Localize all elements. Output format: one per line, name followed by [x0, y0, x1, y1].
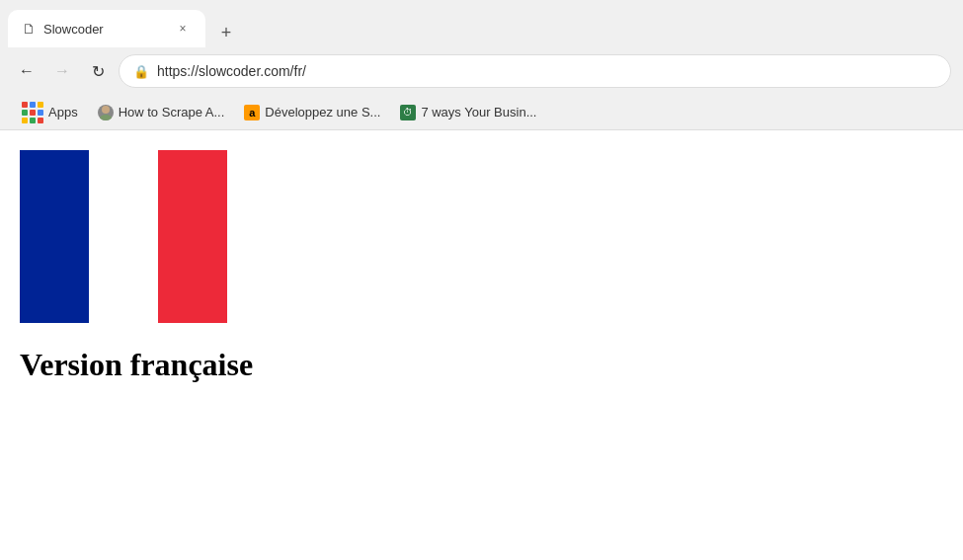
page-heading: Version française	[20, 347, 943, 383]
bookmark-amazon-favicon: a	[244, 105, 260, 120]
reload-button[interactable]: ↻	[83, 56, 113, 86]
back-button[interactable]: ←	[12, 56, 41, 86]
apps-grid-icon	[22, 102, 43, 123]
navigation-bar: ← → ↻ 🔒 https://slowcoder.com/fr/	[0, 47, 963, 95]
tab-title: Slowcoder	[43, 22, 166, 37]
browser-chrome: 🗋 Slowcoder × + ← → ↻ 🔒 https://slowcode…	[0, 0, 963, 130]
tab-close-button[interactable]: ×	[174, 20, 192, 38]
bookmark-apps-label: Apps	[48, 105, 78, 120]
tab-bar: 🗋 Slowcoder × +	[0, 0, 963, 47]
tab-page-icon: 🗋	[22, 21, 36, 37]
bookmark-7ways[interactable]: ⏱ 7 ways Your Busin...	[392, 101, 544, 124]
new-tab-button[interactable]: +	[211, 18, 241, 47]
bookmark-7ways-label: 7 ways Your Busin...	[421, 105, 536, 120]
url-text: https://slowcoder.com/fr/	[157, 63, 306, 79]
svg-point-1	[100, 115, 112, 120]
browser-tab[interactable]: 🗋 Slowcoder ×	[8, 10, 205, 47]
address-bar[interactable]: 🔒 https://slowcoder.com/fr/	[119, 54, 951, 88]
flag-white-stripe	[89, 150, 158, 323]
bookmark-scrape-label: How to Scrape A...	[119, 105, 225, 120]
bookmark-amazon-label: Développez une S...	[265, 105, 380, 120]
bookmark-scrape-favicon	[98, 105, 114, 120]
lock-icon: 🔒	[133, 64, 149, 79]
flag-red-stripe	[158, 150, 227, 323]
bookmark-scrape[interactable]: How to Scrape A...	[90, 101, 233, 124]
page-content: Version française	[0, 130, 963, 560]
flag-blue-stripe	[20, 150, 89, 323]
bookmarks-bar: Apps How to Scrape A... a Développez une…	[0, 95, 963, 130]
forward-button[interactable]: →	[47, 56, 77, 86]
french-flag	[20, 150, 943, 323]
bookmark-apps[interactable]: Apps	[14, 98, 86, 127]
bookmark-amazon[interactable]: a Développez une S...	[236, 101, 388, 124]
svg-point-0	[102, 106, 110, 114]
bookmark-7ways-favicon: ⏱	[400, 105, 416, 120]
